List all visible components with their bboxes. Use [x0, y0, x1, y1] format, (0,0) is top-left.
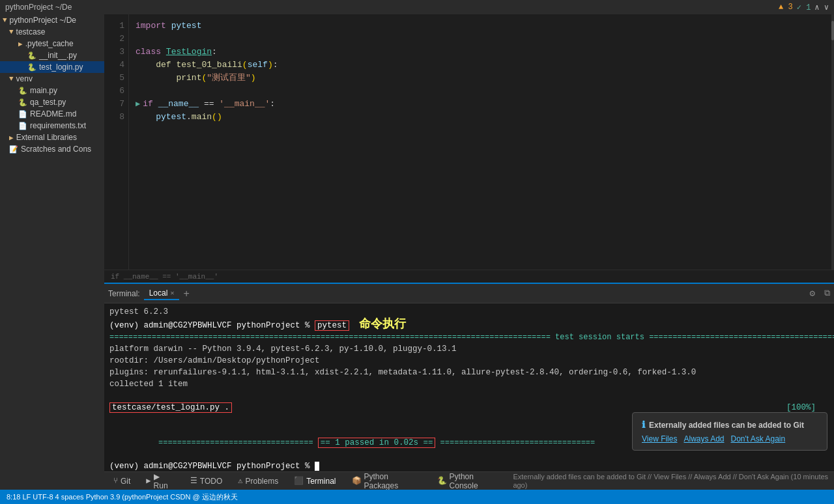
terminal-settings-icon[interactable]: ⚙ — [810, 288, 815, 299]
txt-icon: 📄 — [18, 122, 27, 130]
sidebar-item-label: qa_test.py — [30, 98, 66, 107]
term-line-cmd: (venv) admin@CG2YPBWHLVCF pythonProject … — [109, 318, 829, 331]
view-files-link[interactable]: View Files — [642, 434, 677, 443]
kw-print: print — [176, 72, 201, 85]
bracket: ) — [268, 59, 273, 72]
scrollbar[interactable] — [831, 14, 834, 270]
colon: : — [212, 46, 217, 59]
toolbar-git[interactable]: ⑂ Git — [109, 475, 134, 487]
top-bar-title: pythonProject ~/De — [5, 3, 72, 12]
code-line-2 — [136, 33, 827, 46]
toolbar-todo[interactable]: ☰ TODO — [186, 475, 226, 487]
sidebar-item-testcase[interactable]: ▼ testcase — [0, 26, 104, 38]
sidebar-item-pytest-cache[interactable]: ▶ .pytest_cache — [0, 38, 104, 49]
terminal-label: Terminal — [306, 477, 336, 486]
code-content[interactable]: import pytest class TestLogin: def test_… — [129, 14, 834, 270]
bracket: ( — [201, 72, 207, 85]
sidebar-item-readme[interactable]: 📄 README.md — [0, 108, 104, 120]
tab-close-icon[interactable]: ✕ — [170, 289, 174, 297]
sidebar-item-init[interactable]: 🐍 __init__.py — [0, 49, 104, 61]
python-packages-icon: 📦 — [352, 476, 362, 486]
status-left: 8:18 LF UTF-8 4 spaces Python 3.9 (pytho… — [7, 492, 238, 502]
code-line-8: pytest.main() — [136, 111, 827, 124]
folder-icon: ▼ — [9, 28, 14, 36]
code-line-7: ▶ if __name__ == '__main__': — [136, 98, 827, 111]
bracket: ( — [242, 59, 248, 72]
term-line-collected: collected 1 item — [109, 378, 829, 390]
sidebar-item-venv[interactable]: ▼ venv — [0, 73, 104, 85]
git-label: Git — [121, 477, 130, 486]
main-area: ▼ pythonProject ~/De ▼ testcase ▶ .pytes… — [0, 14, 834, 490]
toolbar-terminal[interactable]: ⬛ Terminal — [290, 475, 339, 487]
always-add-link[interactable]: Always Add — [683, 434, 724, 443]
sidebar-item-label: testcase — [16, 27, 46, 36]
dot: . — [186, 111, 192, 124]
run-icon: ▶ — [146, 476, 151, 486]
terminal-tab-bar: Terminal: Local ✕ + ⚙ ⧉ — [104, 284, 834, 303]
colon: : — [273, 59, 278, 72]
toolbar-right: Externally added files can be added to G… — [513, 473, 829, 490]
toolbar-problems[interactable]: ⚠ Problems — [234, 475, 282, 487]
bottom-toolbar: ⑂ Git ▶ ▶ Run ☰ TODO ⚠ Problems ⬛ Termin… — [104, 471, 834, 490]
todo-icon: ☰ — [190, 476, 197, 486]
git-icon: ⑂ — [113, 477, 118, 486]
term-line-blank1 — [109, 390, 829, 402]
folder-icon: ▼ — [3, 16, 7, 24]
sidebar-item-label: venv — [16, 74, 33, 83]
term-line-plugins: plugins: rerunfailures-9.1.1, html-3.1.1… — [109, 367, 829, 378]
code-line-4: def test_01_baili(self): — [136, 59, 827, 72]
name-str: "测试百里" — [207, 72, 251, 85]
cursor — [315, 462, 319, 471]
tab-add-icon[interactable]: + — [183, 288, 189, 300]
python-console-label: Python Console — [450, 472, 502, 490]
toolbar-run[interactable]: ▶ ▶ Run — [142, 471, 178, 490]
sidebar-item-label: test_login.py — [39, 63, 83, 72]
folder-icon: ▶ — [18, 40, 23, 48]
sidebar: ▼ pythonProject ~/De ▼ testcase ▶ .pytes… — [0, 14, 104, 490]
breadcrumb-bar: if __name__ == '__main__' — [104, 270, 834, 283]
sidebar-item-external-libs[interactable]: ▶ External Libraries — [0, 132, 104, 143]
dont-ask-link[interactable]: Don't Ask Again — [731, 434, 786, 443]
name-pytest-call: pytest — [156, 111, 186, 124]
code-line-5: print("测试百里") — [136, 72, 827, 85]
sidebar-item-label: Scratches and Cons — [21, 145, 91, 154]
name-self: self — [248, 59, 268, 72]
sidebar-item-main[interactable]: 🐍 main.py — [0, 85, 104, 96]
python-packages-label: Python Packages — [364, 472, 422, 490]
sidebar-item-requirements[interactable]: 📄 requirements.txt — [0, 120, 104, 132]
term-line-session-start: ========================================… — [109, 331, 829, 343]
toolbar-python-packages[interactable]: 📦 Python Packages — [348, 471, 425, 490]
terminal-split-icon[interactable]: ⧉ — [824, 288, 830, 298]
notification-links: View Files Always Add Don't Ask Again — [642, 434, 818, 443]
terminal-panel: Terminal: Local ✕ + ⚙ ⧉ pytest 6.2.3 (ve… — [104, 283, 834, 471]
sidebar-item-label: External Libraries — [16, 133, 77, 142]
sidebar-item-qa-test[interactable]: 🐍 qa_test.py — [0, 96, 104, 108]
info-icon: ℹ — [642, 419, 645, 430]
kw-def: def — [156, 59, 171, 72]
sidebar-item-project[interactable]: ▼ pythonProject ~/De — [0, 14, 104, 26]
code-editor[interactable]: 1 2 3 4 5 6 7 8 import pytest class Test… — [104, 14, 834, 270]
name-pytest: pytest — [171, 20, 202, 33]
py-icon: 🐍 — [18, 87, 27, 95]
name-main-fn: main — [192, 111, 212, 124]
kw-class: class — [136, 46, 161, 59]
scroll-thumb — [831, 21, 834, 40]
sidebar-item-test-login[interactable]: 🐍 test_login.py — [0, 61, 104, 73]
sidebar-item-scratches[interactable]: 📝 Scratches and Cons — [0, 143, 104, 155]
badge-warning: ▲ 3 — [779, 3, 793, 12]
py-icon: 🐍 — [27, 63, 36, 72]
name-fn: test_01_baili — [176, 59, 242, 72]
annotation-box: 命令执行 — [359, 317, 406, 330]
sidebar-item-label: __init__.py — [39, 51, 77, 60]
notification-title: ℹ Externally added files can be added to… — [642, 419, 818, 430]
code-line-6 — [136, 85, 827, 98]
toolbar-python-console[interactable]: 🐍 Python Console — [433, 471, 506, 490]
python-console-icon: 🐍 — [437, 476, 447, 486]
colon: : — [270, 98, 275, 111]
terminal-icon: ⬛ — [294, 476, 304, 486]
todo-label: TODO — [200, 477, 222, 486]
sidebar-item-label: pythonProject ~/De — [10, 16, 76, 25]
top-bar: pythonProject ~/De ▲ 3 ✓ 1 ∧ ∨ — [0, 0, 834, 14]
editor-area: 1 2 3 4 5 6 7 8 import pytest class Test… — [104, 14, 834, 490]
tab-local[interactable]: Local ✕ — [144, 287, 180, 300]
